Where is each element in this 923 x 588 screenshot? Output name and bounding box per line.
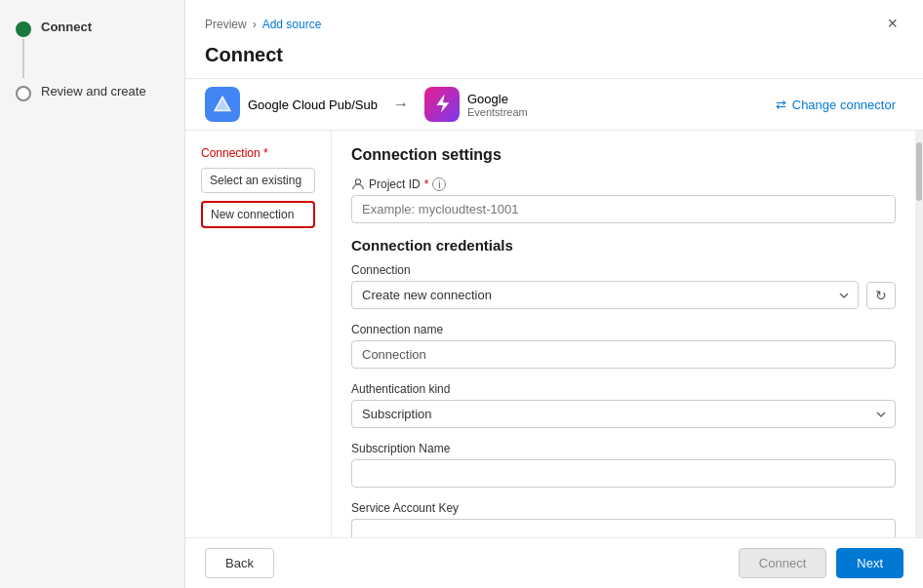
dialog-header: Preview › Add source × <box>185 0 923 40</box>
gcp-icon <box>205 87 240 122</box>
connection-field-label: Connection * <box>201 146 315 160</box>
connection-settings-title: Connection settings <box>351 146 896 164</box>
dest-title: Google <box>467 92 528 106</box>
project-id-icon <box>351 177 365 191</box>
main-content: Preview › Add source × Connect Google Cl… <box>185 0 923 588</box>
connection-name-group: Connection name <box>351 323 896 369</box>
scrollbar[interactable] <box>915 131 923 537</box>
source-connector: Google Cloud Pub/Sub <box>205 87 378 122</box>
scrollbar-thumb <box>916 142 922 201</box>
source-name: Google Cloud Pub/Sub <box>248 98 378 112</box>
dest-subtitle: Eventstream <box>467 106 528 118</box>
project-id-info-icon[interactable]: i <box>432 177 446 191</box>
project-id-input[interactable] <box>351 195 896 223</box>
dest-connector: Google Eventstream <box>424 87 528 122</box>
dest-info: Google Eventstream <box>467 92 528 118</box>
settings-panel: Connection settings Project ID * i Conne… <box>332 131 915 537</box>
sidebar: Connect Review and create <box>0 0 185 588</box>
change-connector-icon: ⇄ <box>776 98 786 112</box>
body-area: Connection * Select an existing New conn… <box>185 131 923 537</box>
change-connector-button[interactable]: ⇄ Change connector <box>768 94 903 116</box>
subscription-name-label: Subscription Name <box>351 442 896 455</box>
step-label-review: Review and create <box>41 84 146 98</box>
connection-select[interactable]: Create new connection <box>351 281 859 309</box>
project-id-label: Project ID * i <box>351 177 896 191</box>
connection-name-label: Connection name <box>351 323 896 336</box>
step-review: Review and create <box>16 84 169 101</box>
connector-arrow: → <box>393 96 409 113</box>
refresh-button[interactable]: ↻ <box>866 282 896 309</box>
breadcrumb: Preview › Add source <box>205 18 321 31</box>
step-label-connect: Connect <box>41 20 92 34</box>
connection-dropdown-group: Connection Create new connection ↻ <box>351 263 896 309</box>
service-account-input[interactable] <box>351 519 896 537</box>
footer-left: Back <box>205 548 274 578</box>
subscription-name-input[interactable] <box>351 459 896 488</box>
breadcrumb-separator: › <box>253 18 257 31</box>
connector-row: Google Cloud Pub/Sub → Google Eventstrea… <box>185 78 923 131</box>
dialog-footer: Back Connect Next <box>185 537 923 588</box>
left-panel: Connection * Select an existing New conn… <box>185 131 332 537</box>
connection-select-row: Create new connection ↻ <box>351 281 896 309</box>
back-button[interactable]: Back <box>205 548 274 578</box>
project-id-group: Project ID * i <box>351 177 896 223</box>
new-connection-button[interactable]: New connection <box>201 201 315 228</box>
svg-point-2 <box>355 179 360 184</box>
select-existing-button[interactable]: Select an existing <box>201 168 315 193</box>
footer-right: Connect Next <box>739 548 903 578</box>
credentials-title: Connection credentials <box>351 237 896 254</box>
next-button[interactable]: Next <box>836 548 903 578</box>
page-title: Connect <box>185 40 923 78</box>
breadcrumb-add-source: Add source <box>262 18 322 31</box>
auth-kind-label: Authentication kind <box>351 382 896 396</box>
connection-dropdown-label: Connection <box>351 263 896 277</box>
auth-kind-group: Authentication kind Subscription <box>351 382 896 428</box>
eventstream-icon <box>424 87 460 122</box>
service-account-label: Service Account Key <box>351 501 896 515</box>
connect-button[interactable]: Connect <box>739 548 826 578</box>
step-circle-connect <box>16 21 31 37</box>
service-account-group: Service Account Key <box>351 501 896 537</box>
step-connect: Connect <box>16 20 169 80</box>
step-line <box>22 39 24 78</box>
subscription-name-group: Subscription Name <box>351 442 896 488</box>
connection-name-input[interactable] <box>351 340 896 369</box>
breadcrumb-preview: Preview <box>205 18 247 31</box>
auth-kind-select[interactable]: Subscription <box>351 400 896 428</box>
step-circle-review <box>16 86 31 101</box>
close-button[interactable]: × <box>881 12 903 36</box>
change-connector-label: Change connector <box>792 98 896 112</box>
